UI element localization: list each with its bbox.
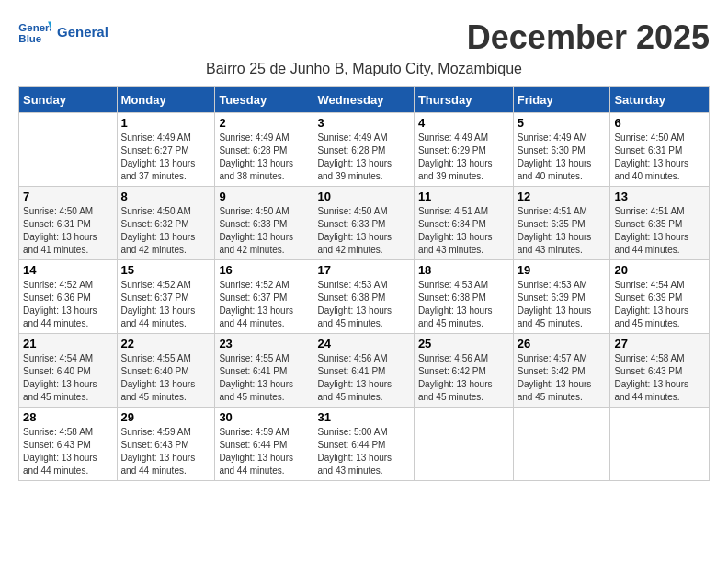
calendar-cell: 5Sunrise: 4:49 AM Sunset: 6:30 PM Daylig… bbox=[513, 113, 610, 187]
weekday-header-sunday: Sunday bbox=[19, 87, 118, 113]
day-number: 31 bbox=[317, 410, 409, 424]
day-info: Sunrise: 4:55 AM Sunset: 6:41 PM Dayligh… bbox=[219, 352, 309, 404]
day-number: 3 bbox=[317, 116, 409, 130]
weekday-header-row: SundayMondayTuesdayWednesdayThursdayFrid… bbox=[19, 87, 710, 113]
week-row-4: 21Sunrise: 4:54 AM Sunset: 6:40 PM Dayli… bbox=[19, 334, 710, 408]
day-number: 7 bbox=[23, 190, 113, 203]
calendar-cell: 7Sunrise: 4:50 AM Sunset: 6:31 PM Daylig… bbox=[19, 187, 118, 260]
week-row-3: 14Sunrise: 4:52 AM Sunset: 6:36 PM Dayli… bbox=[19, 260, 710, 334]
calendar-cell: 31Sunrise: 5:00 AM Sunset: 6:44 PM Dayli… bbox=[313, 408, 414, 481]
day-info: Sunrise: 4:49 AM Sunset: 6:28 PM Dayligh… bbox=[219, 132, 309, 183]
day-info: Sunrise: 4:59 AM Sunset: 6:43 PM Dayligh… bbox=[121, 426, 211, 477]
day-number: 9 bbox=[219, 190, 309, 203]
calendar-cell bbox=[513, 408, 610, 481]
day-number: 19 bbox=[518, 263, 607, 277]
weekday-header-friday: Friday bbox=[513, 87, 610, 113]
day-number: 23 bbox=[219, 337, 309, 350]
calendar-cell: 21Sunrise: 4:54 AM Sunset: 6:40 PM Dayli… bbox=[19, 334, 118, 408]
day-number: 1 bbox=[121, 116, 211, 130]
calendar-cell: 2Sunrise: 4:49 AM Sunset: 6:28 PM Daylig… bbox=[215, 113, 313, 187]
calendar-cell: 29Sunrise: 4:59 AM Sunset: 6:43 PM Dayli… bbox=[117, 408, 215, 481]
calendar-cell: 6Sunrise: 4:50 AM Sunset: 6:31 PM Daylig… bbox=[610, 113, 710, 187]
calendar-cell: 25Sunrise: 4:56 AM Sunset: 6:42 PM Dayli… bbox=[414, 334, 513, 408]
location-title: Bairro 25 de Junho B, Maputo City, Mozam… bbox=[18, 61, 710, 77]
logo-line1: General bbox=[57, 25, 108, 40]
day-info: Sunrise: 4:51 AM Sunset: 6:35 PM Dayligh… bbox=[518, 205, 607, 257]
day-number: 20 bbox=[614, 263, 705, 277]
day-number: 10 bbox=[317, 190, 409, 203]
day-number: 6 bbox=[614, 116, 705, 130]
day-info: Sunrise: 4:54 AM Sunset: 6:39 PM Dayligh… bbox=[614, 279, 705, 330]
day-number: 2 bbox=[219, 116, 309, 130]
calendar-table: SundayMondayTuesdayWednesdayThursdayFrid… bbox=[18, 86, 710, 481]
logo: General Blue General bbox=[18, 18, 108, 46]
day-info: Sunrise: 4:56 AM Sunset: 6:41 PM Dayligh… bbox=[317, 352, 409, 404]
day-info: Sunrise: 4:55 AM Sunset: 6:40 PM Dayligh… bbox=[121, 352, 211, 404]
day-number: 11 bbox=[418, 190, 509, 203]
week-row-1: 1Sunrise: 4:49 AM Sunset: 6:27 PM Daylig… bbox=[19, 113, 710, 187]
day-number: 17 bbox=[317, 263, 409, 277]
day-info: Sunrise: 4:50 AM Sunset: 6:31 PM Dayligh… bbox=[614, 132, 705, 183]
day-info: Sunrise: 4:50 AM Sunset: 6:33 PM Dayligh… bbox=[317, 205, 409, 257]
day-info: Sunrise: 4:57 AM Sunset: 6:42 PM Dayligh… bbox=[518, 352, 607, 404]
calendar-cell: 16Sunrise: 4:52 AM Sunset: 6:37 PM Dayli… bbox=[215, 260, 313, 334]
day-number: 16 bbox=[219, 263, 309, 277]
day-info: Sunrise: 4:53 AM Sunset: 6:39 PM Dayligh… bbox=[518, 279, 607, 330]
day-info: Sunrise: 4:49 AM Sunset: 6:30 PM Dayligh… bbox=[518, 132, 607, 183]
calendar-cell: 17Sunrise: 4:53 AM Sunset: 6:38 PM Dayli… bbox=[313, 260, 414, 334]
calendar-cell bbox=[610, 408, 710, 481]
day-number: 27 bbox=[614, 337, 705, 350]
day-number: 8 bbox=[121, 190, 211, 203]
day-info: Sunrise: 4:52 AM Sunset: 6:36 PM Dayligh… bbox=[23, 279, 113, 330]
svg-text:General: General bbox=[18, 22, 51, 33]
weekday-header-thursday: Thursday bbox=[414, 87, 513, 113]
day-number: 24 bbox=[317, 337, 409, 350]
day-number: 13 bbox=[614, 190, 705, 203]
calendar-cell bbox=[19, 113, 118, 187]
calendar-cell: 28Sunrise: 4:58 AM Sunset: 6:43 PM Dayli… bbox=[19, 408, 118, 481]
calendar-cell: 12Sunrise: 4:51 AM Sunset: 6:35 PM Dayli… bbox=[513, 187, 610, 260]
day-info: Sunrise: 4:58 AM Sunset: 6:43 PM Dayligh… bbox=[614, 352, 705, 404]
day-number: 5 bbox=[518, 116, 607, 130]
day-number: 12 bbox=[518, 190, 607, 203]
day-number: 25 bbox=[418, 337, 509, 350]
calendar-cell: 24Sunrise: 4:56 AM Sunset: 6:41 PM Dayli… bbox=[313, 334, 414, 408]
calendar-cell: 3Sunrise: 4:49 AM Sunset: 6:28 PM Daylig… bbox=[313, 113, 414, 187]
day-info: Sunrise: 4:49 AM Sunset: 6:29 PM Dayligh… bbox=[418, 132, 509, 183]
day-info: Sunrise: 4:52 AM Sunset: 6:37 PM Dayligh… bbox=[121, 279, 211, 330]
day-info: Sunrise: 4:59 AM Sunset: 6:44 PM Dayligh… bbox=[219, 426, 309, 477]
day-info: Sunrise: 4:52 AM Sunset: 6:37 PM Dayligh… bbox=[219, 279, 309, 330]
logo-icon: General Blue bbox=[18, 18, 51, 46]
calendar-cell: 30Sunrise: 4:59 AM Sunset: 6:44 PM Dayli… bbox=[215, 408, 313, 481]
day-info: Sunrise: 4:49 AM Sunset: 6:27 PM Dayligh… bbox=[121, 132, 211, 183]
day-info: Sunrise: 4:53 AM Sunset: 6:38 PM Dayligh… bbox=[418, 279, 509, 330]
calendar-cell: 26Sunrise: 4:57 AM Sunset: 6:42 PM Dayli… bbox=[513, 334, 610, 408]
calendar-cell: 18Sunrise: 4:53 AM Sunset: 6:38 PM Dayli… bbox=[414, 260, 513, 334]
month-title: December 2025 bbox=[467, 18, 710, 57]
week-row-5: 28Sunrise: 4:58 AM Sunset: 6:43 PM Dayli… bbox=[19, 408, 710, 481]
day-info: Sunrise: 5:00 AM Sunset: 6:44 PM Dayligh… bbox=[317, 426, 409, 477]
day-info: Sunrise: 4:53 AM Sunset: 6:38 PM Dayligh… bbox=[317, 279, 409, 330]
calendar-cell: 10Sunrise: 4:50 AM Sunset: 6:33 PM Dayli… bbox=[313, 187, 414, 260]
calendar-cell: 23Sunrise: 4:55 AM Sunset: 6:41 PM Dayli… bbox=[215, 334, 313, 408]
weekday-header-tuesday: Tuesday bbox=[215, 87, 313, 113]
day-info: Sunrise: 4:56 AM Sunset: 6:42 PM Dayligh… bbox=[418, 352, 509, 404]
calendar-cell: 14Sunrise: 4:52 AM Sunset: 6:36 PM Dayli… bbox=[19, 260, 118, 334]
day-number: 14 bbox=[23, 263, 113, 277]
week-row-2: 7Sunrise: 4:50 AM Sunset: 6:31 PM Daylig… bbox=[19, 187, 710, 260]
day-number: 28 bbox=[23, 410, 113, 424]
calendar-cell: 27Sunrise: 4:58 AM Sunset: 6:43 PM Dayli… bbox=[610, 334, 710, 408]
calendar-cell: 13Sunrise: 4:51 AM Sunset: 6:35 PM Dayli… bbox=[610, 187, 710, 260]
day-number: 30 bbox=[219, 410, 309, 424]
day-number: 22 bbox=[121, 337, 211, 350]
weekday-header-monday: Monday bbox=[117, 87, 215, 113]
svg-text:Blue: Blue bbox=[18, 33, 41, 44]
day-number: 26 bbox=[518, 337, 607, 350]
day-number: 18 bbox=[418, 263, 509, 277]
weekday-header-saturday: Saturday bbox=[610, 87, 710, 113]
calendar-cell: 8Sunrise: 4:50 AM Sunset: 6:32 PM Daylig… bbox=[117, 187, 215, 260]
day-number: 4 bbox=[418, 116, 509, 130]
calendar-cell: 22Sunrise: 4:55 AM Sunset: 6:40 PM Dayli… bbox=[117, 334, 215, 408]
calendar-cell bbox=[414, 408, 513, 481]
day-info: Sunrise: 4:54 AM Sunset: 6:40 PM Dayligh… bbox=[23, 352, 113, 404]
